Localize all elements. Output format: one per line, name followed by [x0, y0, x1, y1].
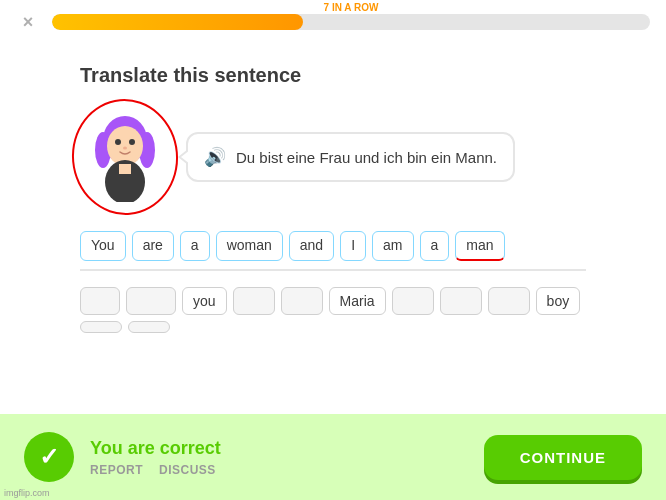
bank-chip-maria[interactable]: Maria [329, 287, 386, 315]
word-chip-and[interactable]: and [289, 231, 334, 261]
word-chip-you[interactable]: You [80, 231, 126, 261]
character-wrapper [80, 107, 170, 207]
success-bar: ✓ You are correct REPORT DISCUSS CONTINU… [0, 414, 666, 500]
bank-chip-you[interactable]: you [182, 287, 227, 315]
main-content: Translate this sentence [0, 44, 666, 363]
word-chip-a1[interactable]: a [180, 231, 210, 261]
progress-container: 7 IN A ROW [52, 14, 650, 30]
bank-chip-1[interactable] [80, 287, 120, 315]
svg-point-5 [129, 139, 135, 145]
svg-rect-8 [119, 164, 131, 174]
bank-chip-11[interactable] [80, 321, 122, 333]
bank-chip-9[interactable] [488, 287, 530, 315]
speaker-icon[interactable]: 🔊 [204, 146, 226, 168]
watermark: imgflip.com [4, 488, 50, 498]
word-chip-i[interactable]: I [340, 231, 366, 261]
word-chip-a2[interactable]: a [420, 231, 450, 261]
bank-chip-boy[interactable]: boy [536, 287, 581, 315]
success-text-area: You are correct REPORT DISCUSS [90, 438, 468, 477]
instruction-title: Translate this sentence [80, 64, 586, 87]
bank-chip-7[interactable] [392, 287, 434, 315]
continue-button[interactable]: CONTINUE [484, 435, 642, 480]
check-circle: ✓ [24, 432, 74, 482]
german-sentence: Du bist eine Frau und ich bin ein Mann. [236, 149, 497, 166]
success-title: You are correct [90, 438, 468, 459]
word-chip-man[interactable]: man [455, 231, 504, 261]
word-chip-woman[interactable]: woman [216, 231, 283, 261]
svg-point-4 [115, 139, 121, 145]
success-actions: REPORT DISCUSS [90, 463, 468, 477]
close-button[interactable]: × [16, 10, 40, 34]
character-avatar [85, 112, 165, 202]
bank-chip-12[interactable] [128, 321, 170, 333]
bank-chip-4[interactable] [233, 287, 275, 315]
report-link[interactable]: REPORT [90, 463, 143, 477]
answer-area: You are a woman and I am a man [80, 231, 586, 271]
speech-bubble[interactable]: 🔊 Du bist eine Frau und ich bin ein Mann… [186, 132, 515, 182]
streak-label: 7 IN A ROW [324, 2, 379, 13]
word-chip-am[interactable]: am [372, 231, 413, 261]
check-icon: ✓ [39, 443, 59, 471]
bank-chip-5[interactable] [281, 287, 323, 315]
progress-bar-background [52, 14, 650, 30]
bank-chip-8[interactable] [440, 287, 482, 315]
svg-point-6 [123, 147, 127, 150]
word-bank: you Maria boy [80, 287, 586, 333]
discuss-link[interactable]: DISCUSS [159, 463, 216, 477]
header: × 7 IN A ROW [0, 0, 666, 44]
bank-chip-2[interactable] [126, 287, 176, 315]
word-chip-are[interactable]: are [132, 231, 174, 261]
character-area: 🔊 Du bist eine Frau und ich bin ein Mann… [80, 107, 586, 207]
progress-bar-fill [52, 14, 303, 30]
